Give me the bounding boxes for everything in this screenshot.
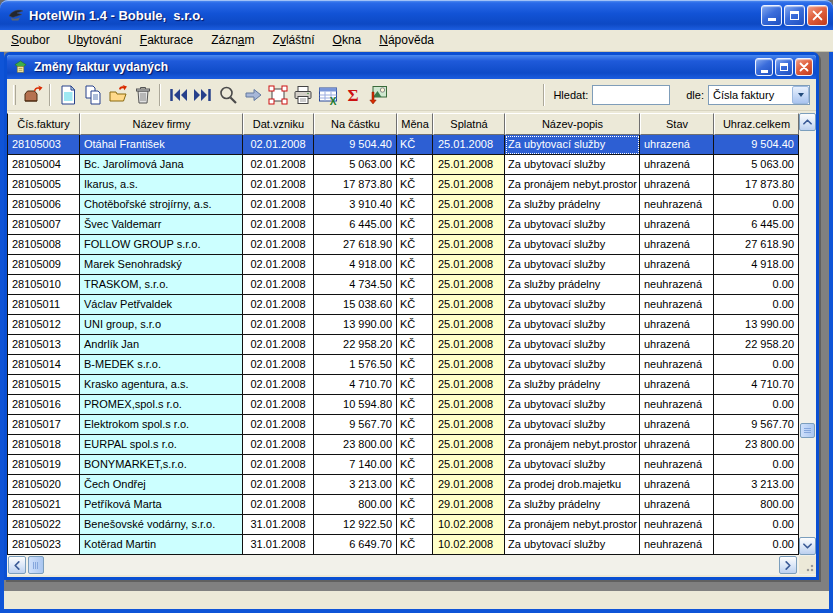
table-row[interactable]: 28105014B-MEDEK s.r.o.02.01.20081 576.50… — [7, 355, 799, 375]
column-header[interactable]: Stav — [640, 113, 714, 135]
open-record-button[interactable] — [105, 82, 130, 107]
table-row[interactable]: 28105009Marek Senohradský02.01.20084 918… — [7, 255, 799, 275]
menu-item-ubytovani[interactable]: Ubytování — [59, 30, 131, 51]
table-row[interactable]: 28105010TRASKOM, s.r.o.02.01.20084 734.5… — [7, 275, 799, 295]
column-header[interactable]: Čís.faktury — [7, 113, 80, 135]
search-input[interactable] — [592, 85, 670, 105]
menu-item-napoveda[interactable]: Nápověda — [370, 30, 443, 51]
resize-grip[interactable] — [804, 562, 814, 572]
exit-icon — [23, 85, 43, 105]
table-cell: KČ — [397, 535, 433, 555]
table-cell: Švec Valdemarr — [80, 215, 243, 235]
table-row[interactable]: 28105016PROMEX,spol.s r.o.02.01.200810 5… — [7, 395, 799, 415]
table-row[interactable]: 28105020Čech Ondřej02.01.20083 213.00KČ2… — [7, 475, 799, 495]
column-header[interactable]: Název firmy — [80, 113, 243, 135]
table-row[interactable]: 28105008FOLLOW GROUP s.r.o.02.01.200827 … — [7, 235, 799, 255]
table-row[interactable]: 28105006Chotěbořské strojírny, a.s.02.01… — [7, 195, 799, 215]
table-cell: 29.01.2008 — [433, 475, 505, 495]
delete-record-button[interactable] — [130, 82, 155, 107]
table-cell: 4 918.00 — [714, 255, 799, 275]
close-button[interactable] — [807, 5, 828, 26]
table-row[interactable]: 28105018EURPAL spol.s r.o.02.01.200823 8… — [7, 435, 799, 455]
table-cell: 02.01.2008 — [243, 495, 314, 515]
export-data-button[interactable] — [365, 82, 390, 107]
table-cell: 3 213.00 — [714, 475, 799, 495]
table-cell: 28105018 — [7, 435, 80, 455]
table-cell: 02.01.2008 — [243, 195, 314, 215]
table-row[interactable]: 28105011Václav Petřvaldek02.01.200815 03… — [7, 295, 799, 315]
table-cell: 25.01.2008 — [433, 335, 505, 355]
table-cell: 4 710.70 — [714, 375, 799, 395]
table-cell: Za ubytovací služby — [505, 355, 640, 375]
table-cell: uhrazená — [640, 155, 714, 175]
search-button[interactable] — [215, 82, 240, 107]
child-minimize-button[interactable] — [755, 58, 773, 76]
horizontal-scrollbar[interactable] — [7, 555, 816, 575]
table-row[interactable]: 28105017Elektrokom spol.s r.o.02.01.2008… — [7, 415, 799, 435]
table-cell: 02.01.2008 — [243, 415, 314, 435]
table-cell: uhrazená — [640, 315, 714, 335]
last-record-button[interactable] — [190, 82, 215, 107]
scroll-down-button[interactable] — [799, 537, 816, 555]
table-cell: KČ — [397, 275, 433, 295]
open-record-icon — [108, 85, 128, 105]
table-cell: KČ — [397, 175, 433, 195]
scrollbar-corner — [799, 556, 816, 574]
table-cell: 0.00 — [714, 515, 799, 535]
table-cell: 25.01.2008 — [433, 455, 505, 475]
menu-item-fakturace[interactable]: Fakturace — [131, 30, 202, 51]
scroll-right-button[interactable] — [779, 556, 797, 574]
column-header[interactable]: Na částku — [314, 113, 397, 135]
column-header[interactable]: Splatná — [433, 113, 505, 135]
select-columns-icon — [268, 85, 288, 105]
table-row[interactable]: 28105003Otáhal František02.01.20089 504.… — [7, 135, 799, 155]
table-cell: 4 918.00 — [314, 255, 397, 275]
menu-item-okna[interactable]: Okna — [324, 30, 371, 51]
vertical-scrollbar[interactable] — [799, 113, 816, 555]
table-row[interactable]: 28105012UNI group, s.r.o02.01.200813 990… — [7, 315, 799, 335]
maximize-button[interactable] — [784, 5, 805, 26]
table-row[interactable]: 28105023Kotěrad Martin31.01.20086 649.70… — [7, 535, 799, 555]
table-cell: neuhrazená — [640, 395, 714, 415]
table-row[interactable]: 28105022Benešovské vodárny, s.r.o.31.01.… — [7, 515, 799, 535]
table-row[interactable]: 28105015Krasko agentura, a.s.02.01.20084… — [7, 375, 799, 395]
sum-button[interactable]: Σ — [340, 82, 365, 107]
scroll-left-button[interactable] — [8, 556, 26, 574]
table-row[interactable]: 28105019BONYMARKET,s.r.o.02.01.20087 140… — [7, 455, 799, 475]
column-header[interactable]: Měna — [397, 113, 433, 135]
column-header[interactable]: Uhraz.celkem — [714, 113, 799, 135]
print-button[interactable] — [290, 82, 315, 107]
filter-combobox-dropdown-button[interactable] — [792, 86, 809, 104]
filter-by-label: dle: — [686, 89, 704, 101]
table-cell: Za ubytovací služby — [505, 255, 640, 275]
table-cell: Za ubytovací služby — [505, 215, 640, 235]
vertical-scroll-thumb[interactable] — [800, 423, 815, 438]
filter-combobox[interactable]: Čísla faktury — [708, 85, 810, 105]
exit-button[interactable] — [20, 82, 45, 107]
table-row[interactable]: 28105021Petříková Marta02.01.2008800.00K… — [7, 495, 799, 515]
child-maximize-button[interactable] — [775, 58, 793, 76]
menu-item-zvlastni[interactable]: Zvláštní — [264, 30, 324, 51]
minimize-button[interactable] — [761, 5, 782, 26]
export-excel-button[interactable]: X — [315, 82, 340, 107]
table-row[interactable]: 28105007Švec Valdemarr02.01.20086 445.00… — [7, 215, 799, 235]
table-cell: 0.00 — [714, 455, 799, 475]
table-row[interactable]: 28105013Andrlík Jan02.01.200822 958.20KČ… — [7, 335, 799, 355]
first-record-button[interactable] — [165, 82, 190, 107]
table-cell: 0.00 — [714, 195, 799, 215]
copy-record-button[interactable] — [80, 82, 105, 107]
menu-item-zaznam[interactable]: Záznam — [202, 30, 263, 51]
child-close-button[interactable] — [795, 58, 813, 76]
scroll-up-button[interactable] — [799, 113, 816, 131]
table-cell: 0.00 — [714, 275, 799, 295]
column-header[interactable]: Dat.vzniku — [243, 113, 314, 135]
new-record-button[interactable] — [55, 82, 80, 107]
go-to-record-button[interactable] — [240, 82, 265, 107]
menu-item-soubor[interactable]: Soubor — [2, 30, 59, 51]
table-row[interactable]: 28105004Bc. Jarolímová Jana02.01.20085 0… — [7, 155, 799, 175]
column-header[interactable]: Název-popis — [505, 113, 640, 135]
filter-combobox-value: Čísla faktury — [709, 89, 792, 101]
table-row[interactable]: 28105005Ikarus, a.s.02.01.200817 873.80K… — [7, 175, 799, 195]
select-columns-button[interactable] — [265, 82, 290, 107]
horizontal-scroll-thumb[interactable] — [28, 556, 44, 574]
